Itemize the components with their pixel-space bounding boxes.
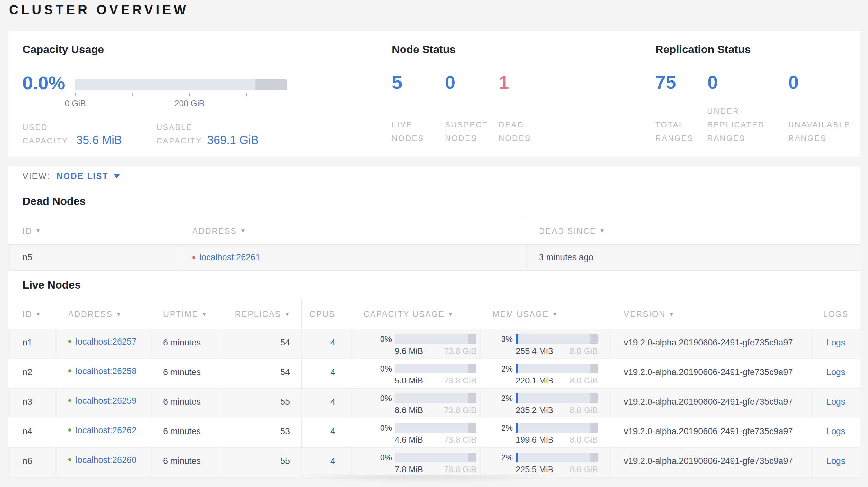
column-header-version[interactable]: VERSION▼ xyxy=(611,299,811,329)
logs-link[interactable]: Logs xyxy=(827,367,845,377)
chevron-down-icon xyxy=(114,174,120,178)
node-cpus: 4 xyxy=(331,426,335,436)
mem-bar-fill xyxy=(516,364,518,374)
view-selected-value: NODE LIST xyxy=(57,171,108,181)
capacity-used-value: 9.6 MiB xyxy=(395,346,423,356)
node-uptime: 6 minutes xyxy=(163,367,201,377)
capacity-usage-meter: 0% 7.8 MiB 73.8 GiB xyxy=(364,448,476,475)
capacity-percent: 0% xyxy=(364,334,392,344)
mem-percent: 3% xyxy=(493,334,513,344)
capacity-bar-dark-segment xyxy=(468,334,476,344)
logs-link[interactable]: Logs xyxy=(827,397,845,407)
capacity-used-value: 4.6 MiB xyxy=(395,435,423,445)
mem-percent: 2% xyxy=(493,394,513,403)
table-row: n3 localhost:26259 6 minutes 55 4 0% 8.6… xyxy=(8,389,860,418)
node-address-link[interactable]: localhost:26260 xyxy=(75,455,136,465)
capacity-bar xyxy=(395,423,476,433)
node-address-link[interactable]: localhost:26259 xyxy=(75,396,136,406)
mem-usage-meter: 2% 199.6 MiB 8.0 GiB xyxy=(493,418,598,445)
dead-node-row: n5 localhost:26261 3 minutes ago xyxy=(8,245,860,270)
node-cpus: 4 xyxy=(331,338,335,348)
capacity-used-value: 7.8 MiB xyxy=(395,464,423,475)
total-ranges-label: TOTALRANGES xyxy=(655,118,694,145)
logs-link[interactable]: Logs xyxy=(827,456,845,466)
dead-nodes-count: 1 xyxy=(499,72,509,93)
live-nodes-table: ID▼ADDRESS▼UPTIME▼REPLICAS▼CPUSCAPACITY … xyxy=(8,299,860,477)
node-replicas: 54 xyxy=(280,338,290,348)
node-version: v19.2.0-alpha.20190606-2491-gfe735c9a97 xyxy=(624,397,793,407)
column-header-address[interactable]: ADDRESS▼ xyxy=(180,218,526,245)
node-replicas: 55 xyxy=(280,397,290,407)
node-id: n1 xyxy=(23,338,32,348)
capacity-bar-dark-segment xyxy=(255,79,287,90)
replication-status-section: Replication Status 75 0 0 TOTALRANGES UN… xyxy=(655,31,855,157)
mem-used-value: 255.4 MiB xyxy=(516,346,553,356)
unavailable-ranges-count: 0 xyxy=(788,72,799,93)
mem-percent: 2% xyxy=(493,364,513,374)
mem-bar-dark-segment xyxy=(590,393,598,403)
node-id: n3 xyxy=(23,397,32,407)
node-id: n4 xyxy=(23,426,32,436)
dead-nodes-table: ID▼ ADDRESS▼ DEAD SINCE▼ n5 localhost:26… xyxy=(8,217,860,270)
mem-bar-fill xyxy=(516,334,518,344)
node-list-content: Dead Nodes ID▼ ADDRESS▼ DEAD SINCE▼ n5 l… xyxy=(8,186,860,475)
node-version: v19.2.0-alpha.20190606-2491-gfe735c9a97 xyxy=(624,338,793,348)
capacity-stats: USED CAPACITY 35.6 MiB USABLE CAPACITY 3… xyxy=(23,119,338,148)
capacity-total-value: 73.8 GiB xyxy=(444,464,476,475)
live-status-icon xyxy=(68,340,71,343)
column-header-capacity-usage[interactable]: CAPACITY USAGE▼ xyxy=(350,299,481,329)
capacity-usage-meter: 0% 9.6 MiB 73.8 GiB xyxy=(364,329,476,356)
sort-desc-icon: ▼ xyxy=(35,311,41,318)
axis-tick xyxy=(246,93,247,97)
node-replicas: 53 xyxy=(280,426,290,436)
column-header-mem-usage[interactable]: MEM USAGE▼ xyxy=(481,299,611,329)
sort-desc-icon: ▼ xyxy=(202,311,207,318)
capacity-usage-meter: 0% 5.0 MiB 73.8 GiB xyxy=(364,359,476,386)
logs-link[interactable]: Logs xyxy=(827,426,845,436)
mem-bar-fill xyxy=(516,453,518,462)
mem-bar xyxy=(516,364,598,374)
mem-total-value: 8.0 GiB xyxy=(570,405,598,415)
node-status-section: Node Status 5 0 1 LIVENODES SUSPECTNODES… xyxy=(392,31,637,157)
column-header-replicas[interactable]: REPLICAS▼ xyxy=(221,299,302,329)
capacity-percent: 0% xyxy=(364,364,392,374)
mem-bar xyxy=(516,453,598,462)
logs-link[interactable]: Logs xyxy=(827,338,845,348)
capacity-used-value: 5.0 MiB xyxy=(395,376,423,386)
mem-total-value: 8.0 GiB xyxy=(570,376,598,386)
mem-bar xyxy=(516,423,598,433)
sort-desc-icon: ▼ xyxy=(240,228,245,234)
sort-desc-icon: ▼ xyxy=(35,228,41,234)
live-status-icon xyxy=(68,428,71,432)
mem-total-value: 8.0 GiB xyxy=(570,346,598,356)
sort-desc-icon: ▼ xyxy=(116,311,121,318)
sort-desc-icon: ▼ xyxy=(599,228,605,234)
live-status-icon xyxy=(68,458,71,461)
mem-usage-meter: 2% 220.1 MiB 8.0 GiB xyxy=(493,359,598,386)
node-address-link[interactable]: localhost:26258 xyxy=(75,366,136,376)
view-selector-dropdown[interactable]: NODE LIST xyxy=(57,171,120,181)
column-header-id[interactable]: ID▼ xyxy=(8,299,55,329)
node-address-link[interactable]: localhost:26257 xyxy=(75,337,136,347)
column-header-address[interactable]: ADDRESS▼ xyxy=(55,299,150,329)
table-row: n2 localhost:26258 6 minutes 54 4 0% 5.0… xyxy=(8,359,860,389)
mem-bar-dark-segment xyxy=(590,423,598,433)
live-nodes-header: ID▼ADDRESS▼UPTIME▼REPLICAS▼CPUSCAPACITY … xyxy=(8,299,860,329)
column-header-dead-since[interactable]: DEAD SINCE▼ xyxy=(526,218,860,245)
capacity-total-value: 73.8 GiB xyxy=(444,405,476,415)
live-status-icon xyxy=(68,369,71,372)
mem-percent: 2% xyxy=(493,423,513,433)
node-id: n6 xyxy=(23,456,32,466)
column-header-id[interactable]: ID▼ xyxy=(8,218,180,245)
node-replicas: 54 xyxy=(280,367,290,377)
node-address-link[interactable]: localhost:26262 xyxy=(75,426,136,435)
view-bar: VIEW: NODE LIST xyxy=(8,166,860,186)
mem-bar-fill xyxy=(516,423,518,433)
mem-used-value: 220.1 MiB xyxy=(516,376,553,386)
node-address-link[interactable]: localhost:26261 xyxy=(199,253,260,262)
column-header-uptime[interactable]: UPTIME▼ xyxy=(150,299,221,329)
capacity-usage-section: Capacity Usage 0.0% 0 GiB 200 GiB USED C… xyxy=(23,31,338,157)
capacity-percent: 0% xyxy=(364,423,392,433)
mem-bar xyxy=(516,334,598,344)
node-id: n5 xyxy=(23,253,32,262)
